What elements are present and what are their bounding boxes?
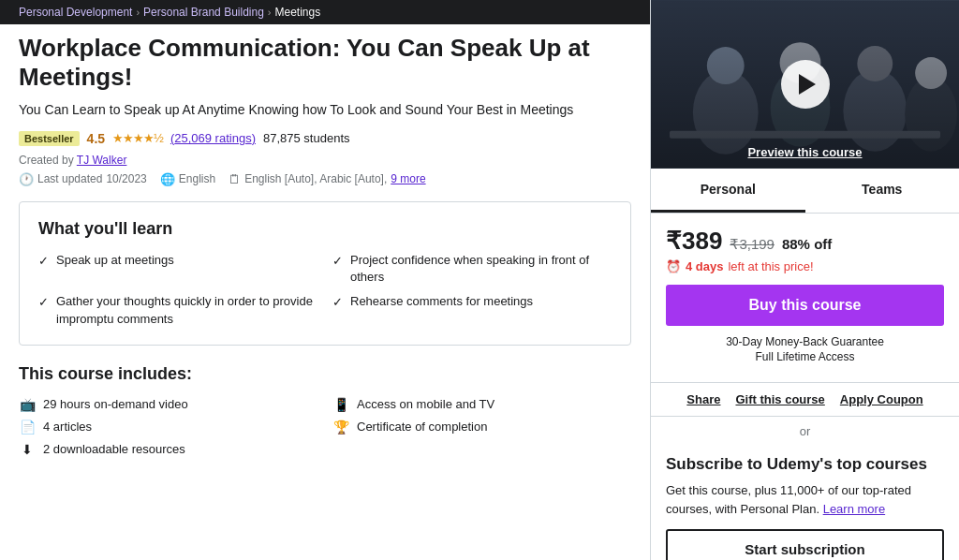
action-links-row: Share Gift this course Apply Coupon — [651, 382, 959, 417]
breadcrumb-sep-2: › — [268, 7, 272, 18]
includes-grid: 📺 29 hours on-demand video 📱 Access on m… — [19, 397, 631, 457]
include-text-articles: 4 articles — [43, 420, 92, 434]
check-icon-3: ✓ — [38, 294, 49, 311]
language-item: 🌐 English — [160, 172, 215, 186]
discount-percent: 88% off — [782, 236, 832, 252]
breadcrumb-personal-dev[interactable]: Personal Development — [19, 6, 132, 19]
include-item-video: 📺 29 hours on-demand video — [19, 397, 317, 412]
learn-more-link[interactable]: Learn more — [823, 502, 885, 516]
original-price: ₹3,199 — [730, 236, 775, 253]
video-icon: 📺 — [19, 397, 36, 412]
start-subscription-button[interactable]: Start subscription — [666, 529, 944, 560]
pricing-area: ₹389 ₹3,199 88% off ⏰ 4 days left at thi… — [651, 214, 959, 375]
or-divider: or — [651, 424, 959, 438]
include-text-mobile: Access on mobile and TV — [357, 397, 494, 411]
preview-label: Preview this course — [651, 145, 959, 159]
certificate-icon: 🏆 — [332, 420, 349, 435]
article-icon: 📄 — [19, 420, 36, 435]
language-value: English — [179, 172, 215, 185]
stars-icon: ★★★★½ — [112, 131, 163, 145]
rating-row: Bestseller 4.5 ★★★★½ (25,069 ratings) 87… — [19, 131, 631, 146]
learn-item-3: ✓ Gather your thoughts quickly in order … — [38, 293, 317, 327]
breadcrumb-meetings: Meetings — [275, 6, 321, 19]
course-title: Workplace Communication: You Can Speak U… — [19, 34, 631, 92]
learn-text-1: Speak up at meetings — [56, 252, 174, 269]
more-subtitles-link[interactable]: 9 more — [391, 172, 425, 185]
last-updated-value: 10/2023 — [106, 172, 146, 185]
learn-text-2: Project confidence when speaking in fron… — [350, 252, 612, 286]
learn-item-2: ✓ Project confidence when speaking in fr… — [332, 252, 612, 286]
author-link[interactable]: TJ Walker — [77, 154, 127, 167]
learn-item-4: ✓ Rehearse comments for meetings — [332, 293, 612, 327]
learn-grid: ✓ Speak up at meetings ✓ Project confide… — [38, 252, 612, 328]
tab-teams[interactable]: Teams — [805, 169, 960, 213]
timer-row: ⏰ 4 days left at this price! — [666, 259, 944, 273]
preview-image — [651, 0, 959, 169]
subtitles-item: 🗒 English [Auto], Arabic [Auto], 9 more — [229, 172, 425, 186]
share-button[interactable]: Share — [686, 392, 720, 406]
last-updated-label: Last updated — [37, 172, 102, 185]
learn-text-3: Gather your thoughts quickly in order to… — [56, 293, 317, 327]
learn-title: What you'll learn — [38, 219, 612, 239]
check-icon-4: ✓ — [332, 294, 343, 311]
download-icon: ⬇ — [19, 442, 36, 457]
price-row: ₹389 ₹3,199 88% off — [666, 227, 944, 256]
includes-section: This course includes: 📺 29 hours on-dema… — [19, 364, 631, 457]
gift-course-button[interactable]: Gift this course — [735, 392, 824, 406]
subtitles-value: English [Auto], Arabic [Auto], — [244, 172, 387, 185]
author-label: Created by — [19, 154, 74, 167]
include-item-articles: 📄 4 articles — [19, 420, 317, 435]
include-item-certificate: 🏆 Certificate of completion — [332, 420, 631, 435]
days-left: 4 days — [686, 259, 723, 273]
learn-text-4: Rehearse comments for meetings — [350, 293, 533, 310]
guarantee-line1: 30-Day Money-Back Guarantee — [666, 335, 944, 348]
learn-box: What you'll learn ✓ Speak up at meetings… — [19, 201, 631, 346]
check-icon-1: ✓ — [38, 253, 49, 270]
include-item-mobile: 📱 Access on mobile and TV — [332, 397, 631, 412]
include-item-downloads: ⬇ 2 downloadable resources — [19, 442, 317, 457]
include-text-downloads: 2 downloadable resources — [43, 442, 185, 456]
cc-icon: 🗒 — [229, 172, 241, 186]
alarm-icon: ⏰ — [666, 259, 681, 273]
mobile-icon: 📱 — [332, 397, 349, 412]
breadcrumb-brand-building[interactable]: Personal Brand Building — [143, 6, 264, 19]
course-preview[interactable]: Preview this course — [651, 0, 959, 169]
learn-item-1: ✓ Speak up at meetings — [38, 252, 317, 286]
check-icon-2: ✓ — [332, 253, 343, 270]
tab-personal[interactable]: Personal — [651, 169, 805, 213]
breadcrumb: Personal Development › Personal Brand Bu… — [0, 0, 650, 24]
info-row: 🕐 Last updated 10/2023 🌐 English 🗒 Engli… — [19, 172, 631, 186]
last-updated-item: 🕐 Last updated 10/2023 — [19, 172, 147, 186]
include-text-video: 29 hours on-demand video — [43, 397, 188, 411]
subscribe-title: Subscribe to Udemy's top courses — [666, 455, 944, 474]
tabs-row: Personal Teams — [651, 169, 959, 214]
subscribe-desc: Get this course, plus 11,000+ of our top… — [666, 481, 944, 518]
include-text-certificate: Certificate of completion — [357, 420, 487, 434]
clock-icon: 🕐 — [19, 172, 34, 186]
apply-coupon-button[interactable]: Apply Coupon — [840, 392, 923, 406]
guarantee-line2: Full Lifetime Access — [666, 350, 944, 363]
breadcrumb-sep-1: › — [136, 7, 140, 18]
students-count: 87,875 students — [263, 131, 350, 145]
play-triangle-icon — [799, 74, 816, 95]
subscribe-section: Subscribe to Udemy's top courses Get thi… — [651, 446, 959, 560]
right-panel: Preview this course Personal Teams ₹389 … — [650, 0, 959, 560]
timer-suffix: left at this price! — [728, 259, 813, 273]
includes-title: This course includes: — [19, 364, 631, 384]
course-subtitle: You Can Learn to Speak up At Anytime Kno… — [19, 101, 631, 120]
globe-icon: 🌐 — [160, 172, 175, 186]
bestseller-badge: Bestseller — [19, 131, 80, 146]
rating-count-link[interactable]: (25,069 ratings) — [170, 131, 256, 145]
rating-score: 4.5 — [87, 131, 105, 146]
play-button[interactable] — [781, 60, 830, 109]
current-price: ₹389 — [666, 227, 722, 256]
author-row: Created by TJ Walker — [19, 154, 631, 167]
buy-course-button[interactable]: Buy this course — [666, 285, 944, 326]
